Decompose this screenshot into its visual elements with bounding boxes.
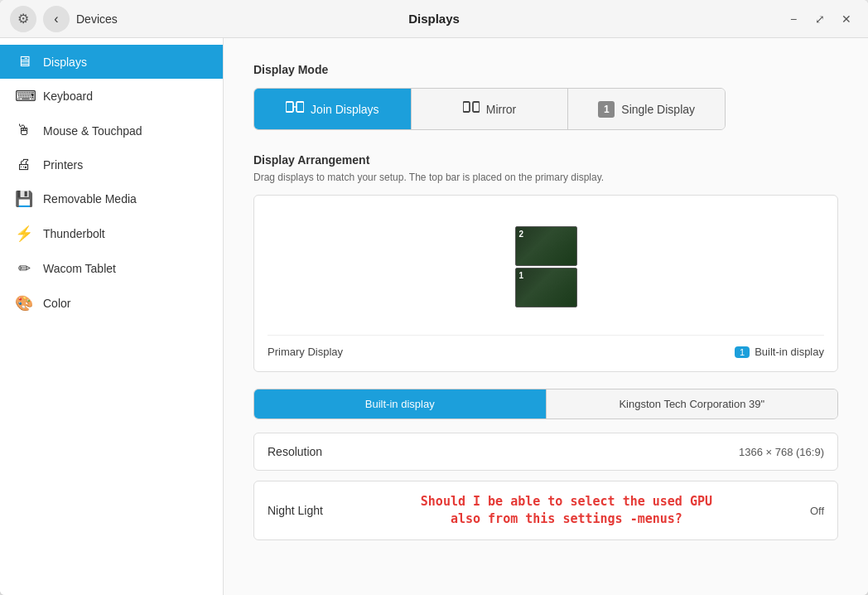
sidebar-item-wacom[interactable]: ✏ Wacom Tablet — [0, 251, 223, 286]
sidebar-item-label: Displays — [43, 56, 87, 69]
sidebar-item-keyboard[interactable]: ⌨ Keyboard — [0, 79, 223, 114]
monitor-2-thumb[interactable]: 2 — [515, 226, 577, 266]
monitor-2-num: 2 — [519, 230, 524, 239]
resolution-row: Resolution 1366 × 768 (16:9) — [253, 433, 838, 471]
display-canvas: 2 1 — [268, 209, 824, 325]
monitor-1-thumb[interactable]: 1 — [515, 268, 577, 307]
window-title: Displays — [408, 12, 460, 26]
sidebar-item-mouse[interactable]: 🖱 Mouse & Touchpad — [0, 114, 223, 148]
devices-label: Devices — [76, 12, 118, 26]
app-window: ⚙ ‹ Devices Displays − ⤢ ✕ 🖥 Displays ⌨ … — [0, 0, 868, 595]
window-controls: − ⤢ ✕ — [782, 7, 858, 31]
content-area: 🖥 Displays ⌨ Keyboard 🖱 Mouse & Touchpad… — [0, 38, 868, 595]
mode-buttons-group: Join Displays Mirror 1 Single Display — [253, 88, 726, 130]
primary-display-value: 1 Built-in display — [735, 346, 824, 358]
main-content: Display Mode Join Displays — [224, 38, 868, 595]
night-light-label: Night Light — [268, 504, 323, 517]
display-tabs: Built-in display Kingston Tech Corporati… — [253, 389, 838, 419]
single-display-label: Single Display — [621, 103, 695, 116]
sidebar-item-label: Mouse & Touchpad — [43, 124, 142, 138]
svg-rect-1 — [297, 102, 304, 112]
arrangement-title: Display Arrangement — [253, 153, 838, 167]
primary-badge: 1 — [735, 346, 750, 358]
join-displays-button[interactable]: Join Displays — [254, 89, 412, 129]
sidebar-item-label: Thunderbolt — [43, 227, 105, 240]
tab-builtin[interactable]: Built-in display — [254, 389, 547, 418]
close-button[interactable]: ✕ — [835, 7, 858, 31]
mouse-icon: 🖱 — [15, 122, 33, 139]
sidebar-item-label: Keyboard — [43, 89, 93, 103]
sidebar-item-thunderbolt[interactable]: ⚡ Thunderbolt — [0, 216, 223, 251]
titlebar: ⚙ ‹ Devices Displays − ⤢ ✕ — [0, 0, 868, 38]
sidebar: 🖥 Displays ⌨ Keyboard 🖱 Mouse & Touchpad… — [0, 38, 224, 595]
resolution-label: Resolution — [268, 445, 322, 458]
svg-rect-0 — [286, 102, 293, 112]
arrangement-box: 2 1 Primary Display 1 Built-in display — [253, 195, 838, 372]
sidebar-item-label: Color — [43, 297, 70, 310]
sidebar-item-label: Wacom Tablet — [43, 262, 116, 275]
wacom-icon: ✏ — [15, 259, 33, 278]
gear-button[interactable]: ⚙ — [10, 6, 36, 32]
mirror-label: Mirror — [486, 103, 517, 116]
mirror-icon — [463, 100, 480, 118]
removable-icon: 💾 — [15, 190, 33, 208]
sidebar-item-label: Removable Media — [43, 192, 137, 206]
primary-display-desc: Built-in display — [755, 346, 824, 358]
primary-display-row: Primary Display 1 Built-in display — [268, 335, 824, 358]
resolution-value: 1366 × 768 (16:9) — [739, 446, 824, 458]
display-stack: 2 1 — [515, 226, 577, 307]
gpu-annotation: Should I be able to select the used GPUa… — [421, 493, 712, 528]
displays-icon: 🖥 — [15, 53, 33, 70]
single-icon: 1 — [598, 101, 615, 118]
single-display-button[interactable]: 1 Single Display — [568, 89, 725, 129]
primary-display-label: Primary Display — [268, 346, 343, 358]
mirror-button[interactable]: Mirror — [412, 89, 569, 129]
color-icon: 🎨 — [15, 294, 33, 312]
join-displays-label: Join Displays — [311, 103, 379, 116]
night-light-row: Night Light Should I be able to select t… — [253, 481, 838, 540]
sidebar-item-label: Printers — [43, 158, 83, 172]
back-button[interactable]: ‹ — [43, 6, 70, 32]
tab-kingston[interactable]: Kingston Tech Corporation 39" — [547, 389, 838, 418]
join-icon — [286, 100, 304, 118]
arrangement-desc: Drag displays to match your setup. The t… — [253, 172, 838, 183]
sidebar-item-color[interactable]: 🎨 Color — [0, 286, 223, 321]
titlebar-left: ⚙ ‹ Devices — [10, 6, 118, 32]
sidebar-item-removable[interactable]: 💾 Removable Media — [0, 181, 223, 216]
minimize-button[interactable]: − — [782, 7, 805, 31]
svg-rect-4 — [473, 102, 480, 112]
thunderbolt-icon: ⚡ — [15, 225, 33, 243]
monitor-1-num: 1 — [519, 271, 524, 280]
svg-rect-3 — [463, 102, 470, 112]
keyboard-icon: ⌨ — [15, 87, 33, 105]
sidebar-item-displays[interactable]: 🖥 Displays — [0, 45, 223, 79]
sidebar-item-printers[interactable]: 🖨 Printers — [0, 148, 223, 181]
night-light-value: Off — [810, 505, 824, 517]
display-mode-title: Display Mode — [253, 63, 838, 76]
maximize-button[interactable]: ⤢ — [808, 7, 832, 31]
printer-icon: 🖨 — [15, 156, 33, 173]
